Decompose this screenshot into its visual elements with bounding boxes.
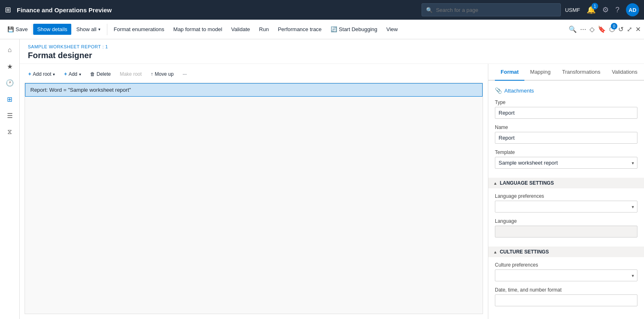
more-format-label: ···	[183, 71, 187, 77]
add-root-button[interactable]: + Add root ▾	[25, 69, 59, 79]
format-enumerations-label: Format enumerations	[114, 26, 165, 32]
language-prefs-label: Language preferences	[495, 193, 637, 199]
app-title: Finance and Operations Preview	[17, 7, 417, 14]
show-all-button[interactable]: Show all ▾	[72, 24, 104, 35]
template-select[interactable]: Sample worksheet report	[495, 157, 637, 169]
grid-icon[interactable]: ⊞	[5, 5, 11, 14]
performance-trace-label: Performance trace	[278, 26, 322, 32]
language-prefs-select[interactable]	[495, 201, 637, 213]
show-all-label: Show all	[76, 26, 96, 32]
validate-label: Validate	[231, 26, 250, 32]
nav-right: USMF 🔔 1 ⚙ ? AD	[565, 3, 639, 16]
add-root-plus: +	[28, 71, 31, 77]
add-plus: +	[64, 71, 67, 77]
tab-transformations[interactable]: Transformations	[556, 64, 606, 81]
tab-mapping[interactable]: Mapping	[524, 64, 556, 81]
language-settings-section[interactable]: ▲ LANGUAGE SETTINGS	[488, 178, 644, 188]
format-enumerations-button[interactable]: Format enumerations	[110, 24, 169, 35]
language-group: Language	[495, 218, 637, 238]
start-debugging-button[interactable]: 🔄 Start Debugging	[327, 24, 381, 35]
template-label: Template	[495, 149, 637, 155]
more-options-button[interactable]: ···	[580, 25, 586, 34]
designer-area: + Add root ▾ + Add ▾ 🗑 Delete Make ro	[20, 64, 644, 319]
search-toolbar-icon[interactable]: 🔍	[569, 25, 577, 33]
show-all-chevron: ▾	[98, 27, 100, 32]
sidebar-recent[interactable]: 🕐	[2, 75, 17, 90]
culture-settings-label: CULTURE SETTINGS	[500, 249, 549, 255]
tab-transformations-label: Transformations	[562, 69, 600, 75]
add-chevron: ▾	[79, 72, 81, 77]
datetime-group: Date, time, and number format	[495, 287, 637, 306]
sidebar-home[interactable]: ⌂	[2, 43, 17, 57]
tree-item[interactable]: Report: Word = "Sample worksheet report"	[25, 83, 483, 97]
delete-label: Delete	[97, 71, 111, 77]
close-icon[interactable]: ✕	[635, 25, 641, 33]
sidebar-filter[interactable]: ⧖	[2, 124, 17, 139]
format-toolbar: + Add root ▾ + Add ▾ 🗑 Delete Make ro	[25, 69, 483, 79]
language-prefs-select-wrapper: ▾	[495, 201, 637, 213]
tab-format[interactable]: Format	[495, 64, 524, 81]
add-button[interactable]: + Add ▾	[60, 69, 84, 79]
run-button[interactable]: Run	[255, 24, 273, 35]
culture-settings-section[interactable]: ▲ CULTURE SETTINGS	[488, 247, 644, 257]
tab-validations[interactable]: Validations	[606, 64, 643, 81]
make-root-button[interactable]: Make root	[116, 69, 145, 79]
settings-icon[interactable]: ⚙	[602, 5, 609, 14]
datetime-label: Date, time, and number format	[495, 287, 637, 293]
left-sidebar: ⌂ ★ 🕐 ⊞ ☰ ⧖	[0, 39, 20, 319]
format-tree: Report: Word = "Sample worksheet report"	[25, 83, 483, 314]
open-new-icon[interactable]: ⤢	[627, 25, 632, 33]
delete-button[interactable]: 🗑 Delete	[86, 69, 115, 79]
name-input[interactable]	[495, 132, 637, 144]
avatar[interactable]: AD	[626, 3, 639, 16]
search-icon: 🔍	[426, 7, 433, 13]
move-up-button[interactable]: ↑ Move up	[147, 69, 177, 79]
make-root-label: Make root	[120, 71, 141, 77]
sidebar-favorites[interactable]: ★	[2, 59, 17, 74]
language-collapse-icon: ▲	[493, 181, 497, 186]
language-input[interactable]	[495, 226, 637, 238]
template-group: Template Sample worksheet report ▾	[495, 149, 637, 169]
breadcrumb-text: SAMPLE WORKSHEET REPORT : 1	[28, 44, 108, 49]
page-header: SAMPLE WORKSHEET REPORT : 1 Format desig…	[20, 39, 644, 64]
apps-icon[interactable]: 0 ⬡	[609, 25, 615, 33]
culture-collapse-icon: ▲	[493, 250, 497, 254]
format-panel: + Add root ▾ + Add ▾ 🗑 Delete Make ro	[20, 64, 488, 319]
datetime-input[interactable]	[495, 294, 637, 306]
map-format-button[interactable]: Map format to model	[169, 24, 226, 35]
more-format-button[interactable]: ···	[179, 69, 190, 79]
language-label: Language	[495, 218, 637, 224]
culture-prefs-select-wrapper: ▾	[495, 269, 637, 281]
culture-prefs-select[interactable]	[495, 269, 637, 281]
attachments-link[interactable]: 📎 Attachments	[495, 87, 637, 94]
start-debugging-label: Start Debugging	[339, 26, 377, 32]
add-label: Add	[68, 71, 77, 77]
bookmark-icon[interactable]: 🔖	[598, 25, 606, 33]
language-settings-label: LANGUAGE SETTINGS	[500, 180, 554, 186]
show-details-button[interactable]: Show details	[33, 24, 72, 35]
notification-button[interactable]: 🔔 1	[587, 5, 596, 14]
performance-trace-button[interactable]: Performance trace	[274, 24, 326, 35]
save-icon: 💾	[7, 26, 14, 32]
diamond-icon[interactable]: ◇	[590, 25, 594, 33]
sidebar-workspaces[interactable]: ⊞	[2, 92, 17, 106]
move-up-label: Move up	[155, 71, 174, 77]
search-input[interactable]	[436, 7, 556, 13]
view-button[interactable]: View	[382, 24, 402, 35]
sidebar-list[interactable]: ☰	[2, 108, 17, 123]
validate-button[interactable]: Validate	[227, 24, 254, 35]
main-layout: ⌂ ★ 🕐 ⊞ ☰ ⧖ SAMPLE WORKSHEET REPORT : 1 …	[0, 39, 644, 319]
type-input[interactable]	[495, 107, 637, 119]
toolbar: 💾 Save Show details Show all ▾ Format en…	[0, 20, 644, 39]
help-icon[interactable]: ?	[615, 6, 619, 14]
content-area: SAMPLE WORKSHEET REPORT : 1 Format desig…	[20, 39, 644, 319]
culture-prefs-label: Culture preferences	[495, 262, 637, 268]
breadcrumb: SAMPLE WORKSHEET REPORT : 1	[28, 44, 636, 49]
search-bar[interactable]: 🔍	[422, 3, 561, 16]
add-root-chevron: ▾	[53, 72, 55, 77]
save-button[interactable]: 💾 Save	[3, 24, 32, 35]
tab-mapping-label: Mapping	[530, 69, 551, 75]
refresh-icon[interactable]: ↺	[618, 25, 624, 33]
tab-validations-label: Validations	[612, 69, 637, 75]
toolbar-separator-1	[107, 24, 107, 35]
